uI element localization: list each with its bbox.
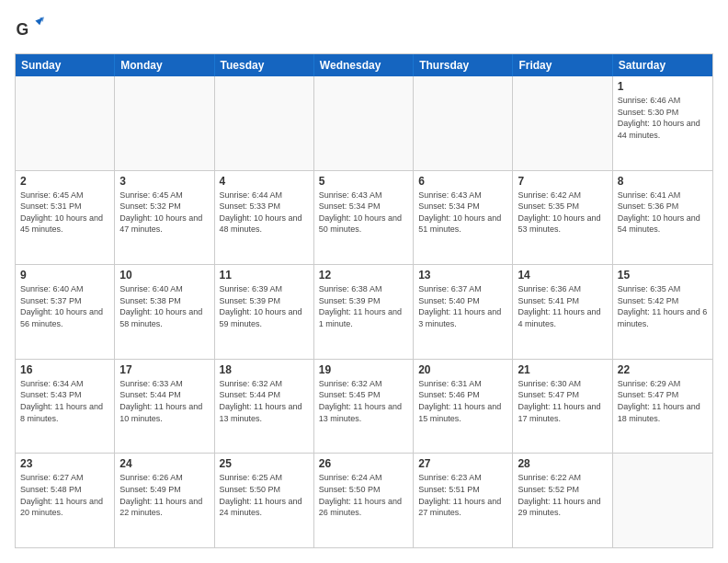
empty-cell [314, 76, 414, 170]
weekday-header-monday: Monday [115, 54, 214, 76]
day-number: 16 [20, 363, 109, 376]
cell-info: Sunrise: 6:32 AMSunset: 5:44 PMDaylight:… [220, 378, 309, 424]
cell-info: Sunrise: 6:32 AMSunset: 5:45 PMDaylight:… [319, 378, 408, 424]
day-cell-4: 4Sunrise: 6:44 AMSunset: 5:33 PMDaylight… [215, 171, 314, 265]
cell-info: Sunrise: 6:30 AMSunset: 5:47 PMDaylight:… [518, 378, 607, 424]
cell-info: Sunrise: 6:44 AMSunset: 5:33 PMDaylight:… [220, 190, 309, 236]
weekday-header-thursday: Thursday [414, 54, 513, 76]
day-cell-27: 27Sunrise: 6:23 AMSunset: 5:51 PMDayligh… [414, 454, 513, 547]
empty-cell [613, 454, 712, 547]
logo-icon: G [15, 15, 44, 44]
day-number: 28 [518, 457, 607, 470]
calendar-header: SundayMondayTuesdayWednesdayThursdayFrid… [16, 54, 712, 76]
cell-info: Sunrise: 6:42 AMSunset: 5:35 PMDaylight:… [518, 190, 607, 236]
cell-info: Sunrise: 6:24 AMSunset: 5:50 PMDaylight:… [319, 472, 408, 518]
weekday-header-friday: Friday [513, 54, 612, 76]
cell-info: Sunrise: 6:29 AMSunset: 5:47 PMDaylight:… [618, 378, 708, 424]
day-number: 18 [220, 363, 309, 376]
cell-info: Sunrise: 6:37 AMSunset: 5:40 PMDaylight:… [418, 283, 507, 329]
calendar-body: 1Sunrise: 6:46 AMSunset: 5:30 PMDaylight… [16, 76, 712, 547]
calendar: SundayMondayTuesdayWednesdayThursdayFrid… [15, 53, 713, 548]
day-number: 13 [418, 269, 507, 282]
page: G SundayMondayTuesdayWednesdayThursdayFr… [0, 0, 728, 563]
day-cell-2: 2Sunrise: 6:45 AMSunset: 5:31 PMDaylight… [16, 171, 115, 265]
day-cell-8: 8Sunrise: 6:41 AMSunset: 5:36 PMDaylight… [613, 171, 712, 265]
cell-info: Sunrise: 6:40 AMSunset: 5:38 PMDaylight:… [119, 283, 209, 329]
day-number: 5 [319, 175, 408, 188]
day-number: 21 [518, 363, 607, 376]
day-number: 2 [20, 175, 109, 188]
day-cell-6: 6Sunrise: 6:43 AMSunset: 5:34 PMDaylight… [414, 171, 513, 265]
day-cell-9: 9Sunrise: 6:40 AMSunset: 5:37 PMDaylight… [16, 265, 115, 359]
cell-info: Sunrise: 6:39 AMSunset: 5:39 PMDaylight:… [220, 283, 309, 329]
cell-info: Sunrise: 6:45 AMSunset: 5:31 PMDaylight:… [20, 190, 109, 236]
day-cell-23: 23Sunrise: 6:27 AMSunset: 5:48 PMDayligh… [16, 454, 115, 547]
day-number: 7 [518, 175, 607, 188]
day-cell-13: 13Sunrise: 6:37 AMSunset: 5:40 PMDayligh… [414, 265, 513, 359]
cell-info: Sunrise: 6:43 AMSunset: 5:34 PMDaylight:… [319, 190, 408, 236]
day-number: 25 [220, 457, 309, 470]
day-cell-17: 17Sunrise: 6:33 AMSunset: 5:44 PMDayligh… [115, 360, 214, 454]
weekday-header-sunday: Sunday [16, 54, 115, 76]
day-cell-1: 1Sunrise: 6:46 AMSunset: 5:30 PMDaylight… [613, 76, 712, 170]
cell-info: Sunrise: 6:31 AMSunset: 5:46 PMDaylight:… [418, 378, 507, 424]
day-cell-12: 12Sunrise: 6:38 AMSunset: 5:39 PMDayligh… [314, 265, 414, 359]
cell-info: Sunrise: 6:41 AMSunset: 5:36 PMDaylight:… [618, 190, 708, 236]
day-cell-22: 22Sunrise: 6:29 AMSunset: 5:47 PMDayligh… [613, 360, 712, 454]
cell-info: Sunrise: 6:46 AMSunset: 5:30 PMDaylight:… [618, 95, 708, 141]
day-number: 3 [119, 175, 209, 188]
calendar-row-0: 1Sunrise: 6:46 AMSunset: 5:30 PMDaylight… [16, 76, 712, 170]
day-cell-25: 25Sunrise: 6:25 AMSunset: 5:50 PMDayligh… [215, 454, 314, 547]
day-number: 26 [319, 457, 408, 470]
day-number: 19 [319, 363, 408, 376]
cell-info: Sunrise: 6:40 AMSunset: 5:37 PMDaylight:… [20, 283, 109, 329]
day-cell-16: 16Sunrise: 6:34 AMSunset: 5:43 PMDayligh… [16, 360, 115, 454]
day-number: 10 [119, 269, 209, 282]
day-number: 8 [618, 175, 708, 188]
empty-cell [414, 76, 513, 170]
day-cell-28: 28Sunrise: 6:22 AMSunset: 5:52 PMDayligh… [513, 454, 612, 547]
day-cell-20: 20Sunrise: 6:31 AMSunset: 5:46 PMDayligh… [414, 360, 513, 454]
cell-info: Sunrise: 6:35 AMSunset: 5:42 PMDaylight:… [618, 283, 708, 329]
day-number: 12 [319, 269, 408, 282]
day-cell-7: 7Sunrise: 6:42 AMSunset: 5:35 PMDaylight… [513, 171, 612, 265]
cell-info: Sunrise: 6:38 AMSunset: 5:39 PMDaylight:… [319, 283, 408, 329]
day-number: 23 [20, 457, 109, 470]
day-number: 17 [119, 363, 209, 376]
day-number: 27 [418, 457, 507, 470]
day-number: 15 [618, 269, 708, 282]
cell-info: Sunrise: 6:27 AMSunset: 5:48 PMDaylight:… [20, 472, 109, 518]
weekday-header-tuesday: Tuesday [215, 54, 314, 76]
cell-info: Sunrise: 6:25 AMSunset: 5:50 PMDaylight:… [220, 472, 309, 518]
day-cell-21: 21Sunrise: 6:30 AMSunset: 5:47 PMDayligh… [513, 360, 612, 454]
calendar-row-3: 16Sunrise: 6:34 AMSunset: 5:43 PMDayligh… [16, 359, 712, 454]
weekday-header-saturday: Saturday [613, 54, 712, 76]
day-number: 6 [418, 175, 507, 188]
cell-info: Sunrise: 6:23 AMSunset: 5:51 PMDaylight:… [418, 472, 507, 518]
day-number: 20 [418, 363, 507, 376]
empty-cell [513, 76, 612, 170]
calendar-row-1: 2Sunrise: 6:45 AMSunset: 5:31 PMDaylight… [16, 170, 712, 265]
day-cell-14: 14Sunrise: 6:36 AMSunset: 5:41 PMDayligh… [513, 265, 612, 359]
day-cell-5: 5Sunrise: 6:43 AMSunset: 5:34 PMDaylight… [314, 171, 414, 265]
day-cell-26: 26Sunrise: 6:24 AMSunset: 5:50 PMDayligh… [314, 454, 414, 547]
empty-cell [16, 76, 115, 170]
cell-info: Sunrise: 6:43 AMSunset: 5:34 PMDaylight:… [418, 190, 507, 236]
empty-cell [215, 76, 314, 170]
logo: G [15, 15, 48, 44]
cell-info: Sunrise: 6:34 AMSunset: 5:43 PMDaylight:… [20, 378, 109, 424]
calendar-row-2: 9Sunrise: 6:40 AMSunset: 5:37 PMDaylight… [16, 264, 712, 359]
day-cell-18: 18Sunrise: 6:32 AMSunset: 5:44 PMDayligh… [215, 360, 314, 454]
day-number: 24 [119, 457, 209, 470]
day-number: 9 [20, 269, 109, 282]
day-number: 14 [518, 269, 607, 282]
header: G [15, 15, 713, 44]
svg-text:G: G [17, 20, 29, 39]
cell-info: Sunrise: 6:26 AMSunset: 5:49 PMDaylight:… [119, 472, 209, 518]
day-number: 22 [618, 363, 708, 376]
cell-info: Sunrise: 6:45 AMSunset: 5:32 PMDaylight:… [119, 190, 209, 236]
cell-info: Sunrise: 6:36 AMSunset: 5:41 PMDaylight:… [518, 283, 607, 329]
day-number: 4 [220, 175, 309, 188]
day-cell-11: 11Sunrise: 6:39 AMSunset: 5:39 PMDayligh… [215, 265, 314, 359]
day-cell-24: 24Sunrise: 6:26 AMSunset: 5:49 PMDayligh… [115, 454, 214, 547]
